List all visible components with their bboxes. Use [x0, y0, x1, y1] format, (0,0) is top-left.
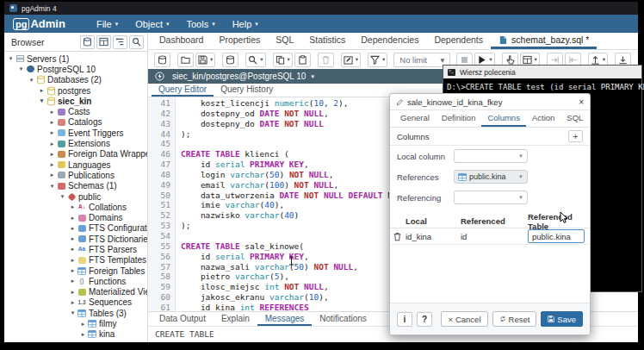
menu-help[interactable]: Help▾: [224, 15, 267, 33]
tree-item-publications[interactable]: ▸Publications: [4, 170, 147, 180]
tab-notifications[interactable]: Notifications: [312, 312, 374, 326]
tree-item-catalogs[interactable]: ▸Catalogs: [4, 117, 147, 128]
tree-item-fts-configurations[interactable]: ▸FTS Configurations: [4, 223, 147, 234]
caret-right-icon[interactable]: ▸: [69, 267, 77, 274]
dialog-header[interactable]: sale_kinowe_id_kina_fkey ×: [390, 94, 590, 110]
caret-right-icon[interactable]: ▸: [69, 289, 77, 296]
tab-properties[interactable]: Properties: [211, 33, 268, 49]
chevron-down-icon[interactable]: ▾: [311, 73, 314, 80]
save-file-button[interactable]: ▾: [195, 53, 215, 67]
caret-right-icon[interactable]: ▸: [48, 151, 56, 158]
commit-button[interactable]: [547, 53, 563, 67]
caret-right-icon[interactable]: ▸: [48, 109, 56, 116]
tab-data-output[interactable]: Data Output: [152, 312, 214, 326]
command-prompt-titlebar[interactable]: Wiersz polecenia: [443, 66, 641, 78]
search-button[interactable]: [129, 35, 144, 49]
dialog-tab-definition[interactable]: Definition: [436, 110, 482, 127]
help-button[interactable]: ?: [417, 312, 432, 327]
tree-item-casts[interactable]: ▸Casts: [4, 106, 147, 116]
caret-right-icon[interactable]: ▸: [69, 215, 77, 222]
caret-down-icon[interactable]: ▾: [38, 97, 46, 104]
caret-right-icon[interactable]: ▸: [69, 257, 77, 264]
tab-dashboard[interactable]: Dashboard: [152, 33, 211, 49]
export-button[interactable]: ▾: [588, 53, 608, 67]
tree-item-tables-3[interactable]: ▾Tables (3): [4, 308, 147, 318]
tree-item-languages[interactable]: ▸Languages: [4, 159, 147, 170]
collapse-tree-button[interactable]: [113, 35, 127, 49]
tree-item-schemas-1[interactable]: ▾Schemas (1): [4, 181, 147, 191]
dialog-tab-sql[interactable]: SQL: [560, 110, 589, 127]
execute-button[interactable]: ▾: [474, 53, 494, 67]
tab-query-editor[interactable]: Query Editor: [152, 84, 214, 97]
local-column-dropdown[interactable]: ▼: [454, 149, 528, 163]
grid-row[interactable]: id_kinaidpublic.kina: [390, 228, 590, 245]
new-query-button[interactable]: [154, 53, 170, 67]
tree-item-postgres[interactable]: ▸postgres: [4, 85, 147, 96]
edit-connection-button[interactable]: [222, 53, 238, 67]
reset-button[interactable]: Reset: [492, 311, 537, 327]
tree-item-siec-kin[interactable]: ▾siec_kin: [4, 96, 147, 106]
tab-schemat-bazy-sql[interactable]: schemat_bazy.sql *: [491, 33, 597, 49]
edit-options-button[interactable]: ▾: [341, 53, 361, 67]
tree-item-databases-2[interactable]: ▾Databases (2): [4, 75, 147, 85]
tree-item-collations[interactable]: ▸A↓Collations: [4, 202, 147, 212]
caret-right-icon[interactable]: ▸: [69, 299, 77, 306]
info-button[interactable]: i: [397, 312, 412, 327]
menu-file[interactable]: File▾: [88, 15, 127, 33]
caret-right-icon[interactable]: ▸: [69, 246, 77, 253]
rollback-button[interactable]: [565, 53, 581, 67]
stop-button[interactable]: [456, 53, 473, 67]
tree-item-functions[interactable]: ▸{}Functions: [4, 276, 147, 286]
paste-button[interactable]: [294, 53, 311, 67]
caret-right-icon[interactable]: ▸: [38, 87, 46, 94]
dialog-tab-general[interactable]: General: [394, 110, 436, 127]
caret-down-icon[interactable]: ▾: [28, 77, 35, 84]
caret-down-icon[interactable]: ▾: [48, 183, 56, 190]
save-button[interactable]: Save: [541, 311, 583, 327]
caret-right-icon[interactable]: ▸: [69, 225, 77, 232]
caret-right-icon[interactable]: ▸: [69, 235, 77, 242]
caret-right-icon[interactable]: ▸: [69, 278, 77, 284]
tab-messages[interactable]: Messages: [257, 312, 313, 326]
delete-row-icon[interactable]: [390, 232, 404, 241]
dialog-tab-columns[interactable]: Columns: [481, 110, 526, 127]
delete-row-button[interactable]: [318, 53, 334, 67]
tree-item-foreign-data-wrappers[interactable]: ▸Foreign Data Wrappers: [4, 149, 147, 159]
row-limit-select[interactable]: No limit▾: [393, 53, 450, 67]
view-data-button[interactable]: ▾: [520, 53, 540, 67]
tab-query-history[interactable]: Query History: [214, 84, 280, 97]
server-activity-button[interactable]: [80, 35, 95, 49]
tree-item-filmy[interactable]: ▸filmy: [4, 318, 147, 328]
tree-item-kina[interactable]: ▸kina: [4, 329, 147, 340]
current-query-button[interactable]: [502, 53, 518, 67]
tab-explain[interactable]: Explain: [214, 312, 257, 326]
menu-object[interactable]: Object▾: [127, 15, 177, 33]
tree-item-postgresql-10[interactable]: ▾PostgreSQL 10: [4, 64, 147, 74]
cell-referenced-table[interactable]: public.kina: [528, 229, 590, 243]
caret-down-icon[interactable]: ▾: [17, 66, 25, 72]
caret-right-icon[interactable]: ▸: [48, 141, 56, 147]
add-column-button[interactable]: +: [568, 130, 583, 142]
menu-tools[interactable]: Tools▾: [177, 15, 223, 33]
tree-item-foreign-tables[interactable]: ▸Foreign Tables: [4, 266, 147, 276]
tree-item-fts-parsers[interactable]: ▸AaFTS Parsers: [4, 244, 147, 254]
tree-item-domains[interactable]: ▸Domains: [4, 212, 147, 222]
object-explorer-tree[interactable]: ▾Servers (1)▾PostgreSQL 10▾Databases (2)…: [4, 52, 147, 342]
window-titlebar[interactable]: pgAdmin 4: [4, 2, 638, 15]
filter-button[interactable]: ▾: [368, 53, 387, 67]
caret-right-icon[interactable]: ▸: [48, 119, 56, 126]
caret-right-icon[interactable]: ▸: [48, 129, 56, 136]
tree-item-sequences[interactable]: ▸1.3Sequences: [4, 297, 147, 308]
dialog-tab-action[interactable]: Action: [526, 110, 560, 127]
caret-down-icon[interactable]: ▾: [69, 309, 77, 316]
find-button[interactable]: ▾: [245, 53, 265, 67]
tab-dependencies[interactable]: Dependencies: [353, 33, 426, 49]
tree-item-fts-dictionaries[interactable]: ▸FTS Dictionaries: [4, 234, 147, 244]
referencing-dropdown[interactable]: ▼: [454, 191, 528, 204]
tab-dependents[interactable]: Dependents: [426, 33, 491, 49]
copy-button[interactable]: ▾: [273, 53, 293, 67]
tree-item-event-triggers[interactable]: ▸Event Triggers: [4, 128, 147, 138]
cancel-button[interactable]: ×Cancel: [441, 311, 487, 327]
references-dropdown[interactable]: public.kina▼: [454, 170, 528, 184]
tree-item-materialized-views[interactable]: ▸Materialized Views: [4, 287, 147, 297]
